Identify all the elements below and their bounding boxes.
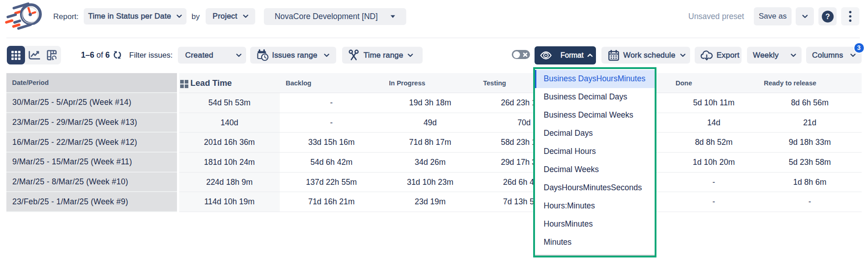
svg-text:?: ? [825,12,830,20]
